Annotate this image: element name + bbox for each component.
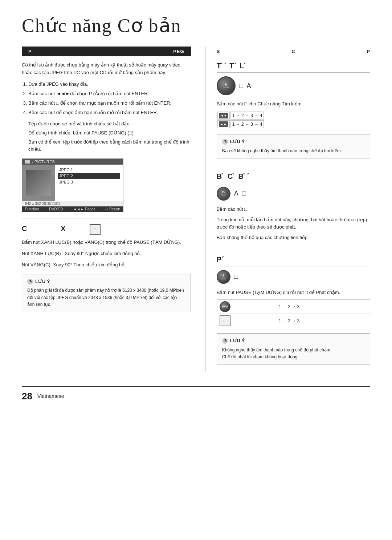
- page-title: Chức năng Cơ bản: [22, 15, 370, 36]
- page-number: 28: [22, 391, 32, 402]
- repeat-body2: Bạn không thể bỏ qua các chương liên tiế…: [217, 234, 370, 242]
- slow-note-line1: Không nghe thấy âm thanh nào trong chế đ…: [222, 347, 365, 354]
- thumbnail-image: [26, 170, 51, 196]
- file-item-jpeg2[interactable]: JPEG 2: [58, 173, 120, 179]
- slow-square-btn: □: [220, 315, 230, 326]
- slow-dvd-icon: DVD: [220, 301, 230, 312]
- dvd-label: DVD: [223, 86, 229, 89]
- slow-table: DVD 1 → 2 → 3 □ 1 → 2 → 3: [217, 299, 370, 328]
- arrow-seq-1: 1 → 2 → 3 → 4: [230, 112, 264, 120]
- screen-file-list: JPEG 1 JPEG 2 JPEG 3: [55, 165, 123, 201]
- note-resolution-title: ✎ LƯU Ý: [27, 278, 185, 286]
- search-section: T ̀ ́ T ́ L ̀ B DVD □ A Bấm các nút □ ch…: [217, 61, 370, 158]
- repeat-dvd-button[interactable]: B DVD: [217, 187, 230, 201]
- box-icon: □: [239, 82, 243, 90]
- pause-dvd-label: DVD: [221, 277, 226, 280]
- note-icon: ✎: [27, 279, 33, 285]
- slow-desc: Bấm nút PAUSE (TẠM DỪNG) (□) rồi nút □ đ…: [217, 289, 370, 297]
- divider-rotate: [22, 218, 191, 218]
- page-language: Vietnamese: [37, 393, 64, 399]
- right-section-header: S C P: [217, 47, 370, 56]
- right-column: S C P T ̀ ́ T ́ L ̀ B DVD □ A Bấm các nú…: [205, 47, 370, 372]
- dvd-circle-button[interactable]: B DVD: [217, 76, 236, 95]
- right-header-p: P: [367, 49, 370, 54]
- screen-mockup: / PICTURES JPEG 1 JPEG 2 JPEG 3 842 x 35…: [22, 158, 123, 212]
- repeat-body1: Trong khi mở, mỗi lần bấm nút này, chươn…: [217, 216, 370, 231]
- search-note-title: ✎ LƯU Ý: [222, 138, 365, 146]
- repeat-title: B ̀ C ̀ B ̀ ́: [217, 172, 370, 183]
- note-prev-next: Bạn có thể xem tệp trước đó/tiếp theo bằ…: [28, 138, 191, 154]
- arrow-icon: A: [247, 82, 251, 90]
- page-footer: 28 Vietnamese: [22, 386, 370, 402]
- screen-titlebar: / PICTURES: [22, 159, 123, 165]
- note-tep: Tệp được chọn sẽ mở và trình chiếu sẽ bắ…: [28, 120, 191, 128]
- search-note-box: ✎ LƯU Ý Bạn sẽ không nghe thấy âm thanh …: [217, 134, 370, 158]
- search-note-icon: ✎: [222, 139, 228, 145]
- slow-seq-dvd: 1 → 2 → 3: [276, 299, 370, 314]
- steps-list: Đưa đĩa JPEG vào khay đĩa. Bấm các nút ◄…: [28, 80, 191, 117]
- repeat-section: B ̀ C ̀ B ̀ ́ B DVD A □ Bấm các nút □ Tr…: [217, 172, 370, 242]
- yellow-desc: Nút VÀNG(C): Xoay 90° Theo chiều kim đồn…: [22, 261, 191, 269]
- pause-dvd-button[interactable]: ⏸ DVD: [217, 270, 230, 284]
- slow-icon-area: ⏸ DVD □: [217, 270, 370, 284]
- pause-icon-label: ⏸: [222, 274, 225, 277]
- file-item-jpeg3[interactable]: JPEG 3: [58, 179, 120, 185]
- search-title: T ̀ ́ T ́ L ̀: [217, 61, 370, 73]
- repeat-icon-area: B DVD A □: [217, 187, 370, 201]
- step-2: Bấm các nút ◄◄►để chọn P (Ảnh) rồi bấm n…: [28, 90, 191, 98]
- footer-return: ↩ Return: [105, 207, 120, 211]
- repeat-b-label: B: [222, 190, 225, 194]
- search-arrow-table: ◄◄ 1 → 2 → 3 → 4 ►► 1 → 2 → 3 → 4: [217, 111, 265, 129]
- rotate-desc: Bấm nút XANH LỤC(B) hoặc VÀNG(C) trong c…: [22, 239, 191, 246]
- screen-footer: Function DVD/CD ◄◄► Pages ↩ Return: [22, 206, 123, 212]
- dvd-label-top: B: [225, 83, 227, 86]
- slow-note-line2: Chế độ phát lùi chậm không hoạt động.: [222, 354, 365, 360]
- step-1: Đưa đĩa JPEG vào khay đĩa.: [28, 80, 191, 88]
- screen-info: 842 x 352 2010/11/01: [22, 201, 123, 206]
- left-column: P PEG Có thể lưu ảnh được chụp bằng máy …: [22, 47, 191, 372]
- slow-seq-square: 1 → 2 → 3: [276, 314, 370, 328]
- repeat-square-icon: □: [242, 190, 246, 197]
- slow-square-icon: □: [234, 273, 238, 281]
- slow-title: P ́: [217, 255, 370, 266]
- divider-slow: [217, 249, 370, 249]
- arrow-row-1: ◄◄ 1 → 2 → 3 → 4: [217, 112, 264, 120]
- search-icon-area: B DVD □ A: [217, 76, 370, 95]
- screen-thumbnail: [22, 165, 55, 201]
- rotate-header: C X □: [22, 224, 191, 235]
- step-3: Bấm các nút □ để chọn thư mục bạn muốn m…: [28, 99, 191, 107]
- right-header-c: C: [291, 49, 295, 54]
- folder-icon: [25, 160, 30, 164]
- header-right-label: PEG: [173, 49, 184, 54]
- footer-function: Function: [25, 207, 39, 211]
- file-item-jpeg1[interactable]: JPEG 1: [58, 167, 120, 173]
- step-4: Bấm các nút để chọn ảnh bạn muốn mở rồi …: [28, 109, 191, 117]
- slow-row-dvd: DVD 1 → 2 → 3: [217, 299, 370, 314]
- arrow-row-2: ►► 1 → 2 → 3 → 4: [217, 120, 264, 128]
- slow-note-title: ✎ LƯU Ý: [222, 337, 365, 345]
- left-section-header: P PEG: [22, 47, 191, 56]
- note-resolution-box: ✎ LƯU Ý Độ phân giải tối đa được sản phẩ…: [22, 274, 191, 312]
- repeat-dvd-label: DVD: [221, 194, 226, 197]
- slow-row-square: □ 1 → 2 → 3: [217, 314, 370, 328]
- rewind-button[interactable]: ◄◄: [219, 113, 228, 118]
- header-left-label: P: [28, 49, 32, 54]
- screen-title: / PICTURES: [32, 160, 55, 164]
- arrow-seq-2: 1 → 2 → 3 → 4: [230, 120, 264, 128]
- intro-text: Có thể lưu ảnh được chụp bằng máy ảnh kỹ…: [22, 61, 191, 77]
- search-desc: Bấm các nút □ cho Chức năng Tìm kiếm.: [217, 100, 370, 108]
- repeat-a-label: A: [234, 190, 238, 197]
- rotate-square-button[interactable]: □: [90, 224, 101, 235]
- divider-repeat: [217, 166, 370, 166]
- slow-dvd-icon-label: DVD: [222, 305, 228, 308]
- slow-note-box: ✎ LƯU Ý Không nghe thấy âm thanh nào tro…: [217, 333, 370, 364]
- right-header-s: S: [217, 49, 220, 54]
- repeat-desc: Bấm các nút □: [217, 206, 370, 213]
- note-pause: Để dừng trình chiếu, bấm nút PAUSE (DỪNG…: [28, 129, 191, 137]
- footer-dvdcd: DVD/CD: [49, 207, 63, 211]
- slow-note-icon: ✎: [222, 338, 228, 344]
- forward-button[interactable]: ►►: [219, 121, 228, 127]
- slow-section: P ́ ⏸ DVD □ Bấm nút PAUSE (TẠM DỪNG) (□)…: [217, 255, 370, 364]
- screen-content: JPEG 1 JPEG 2 JPEG 3: [22, 165, 123, 201]
- search-note-text: Bạn sẽ không nghe thấy âm thanh nào tron…: [222, 148, 365, 154]
